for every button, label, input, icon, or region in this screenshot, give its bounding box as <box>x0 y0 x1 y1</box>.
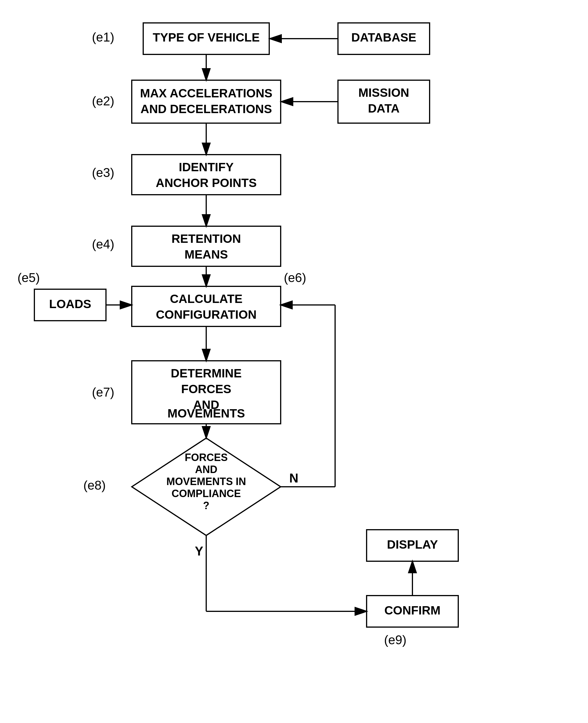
e5-loads-label: LOADS <box>49 297 91 311</box>
e4-label-line2: MEANS <box>185 248 228 261</box>
e7-label-line1: DETERMINE <box>171 366 241 380</box>
mission-label-line1: MISSION <box>358 86 409 99</box>
e3-label-line1: IDENTIFY <box>179 161 233 174</box>
label-N: N <box>289 471 298 485</box>
e8-label-line3: MOVEMENTS IN <box>166 475 246 487</box>
e8-label-line1: FORCES <box>185 451 228 463</box>
e8-label-line2: AND <box>195 464 217 475</box>
e8-label-line4: COMPLIANCE <box>172 488 241 499</box>
label-e8: (e8) <box>83 478 106 492</box>
e8-label-line5: ? <box>203 499 209 511</box>
label-e4: (e4) <box>92 237 114 251</box>
label-e7: (e7) <box>92 385 114 399</box>
label-e1: (e1) <box>92 30 114 44</box>
display-label: DISPLAY <box>387 538 438 551</box>
e3-label-line2: ANCHOR POINTS <box>156 176 257 190</box>
e4-label-line1: RETENTION <box>172 232 241 246</box>
e1-label: TYPE OF VEHICLE <box>153 30 259 44</box>
e7-label-line2: FORCES <box>181 382 231 396</box>
confirm-label: CONFIRM <box>384 603 441 617</box>
mission-label-line2: DATA <box>368 102 400 115</box>
label-e2: (e2) <box>92 94 114 108</box>
flowchart-diagram: TYPE OF VEHICLE DATABASE MAX ACCELERATIO… <box>0 0 588 723</box>
calc-label-line1: CALCULATE <box>170 292 243 305</box>
label-e5: (e5) <box>18 271 40 284</box>
label-e9: (e9) <box>384 633 406 647</box>
database-label: DATABASE <box>351 30 416 44</box>
calc-label-line2: CONFIGURATION <box>156 308 257 321</box>
e7-label-line4: MOVEMENTS <box>168 407 245 420</box>
e2-label-line2: AND DECELERATIONS <box>141 102 272 116</box>
label-e3: (e3) <box>92 166 114 179</box>
label-Y: Y <box>195 544 203 558</box>
label-e6: (e6) <box>284 271 306 284</box>
e2-label-line1: MAX ACCELERATIONS <box>140 86 272 100</box>
svg-rect-2 <box>0 0 588 723</box>
